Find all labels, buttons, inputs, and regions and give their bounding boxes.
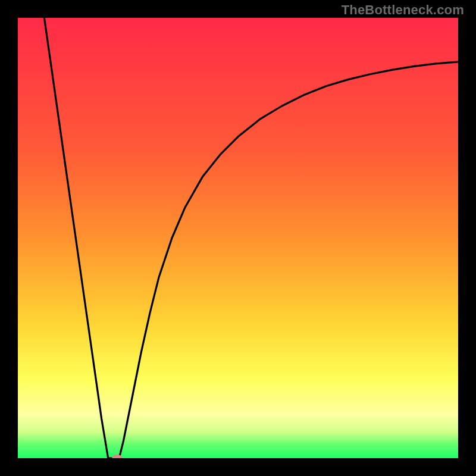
bottleneck-curve (18, 18, 458, 458)
watermark-text: TheBottleneck.com (342, 2, 464, 18)
plot-area (18, 18, 458, 458)
optimal-point-marker (112, 455, 123, 458)
chart-frame: TheBottleneck.com (0, 0, 476, 476)
